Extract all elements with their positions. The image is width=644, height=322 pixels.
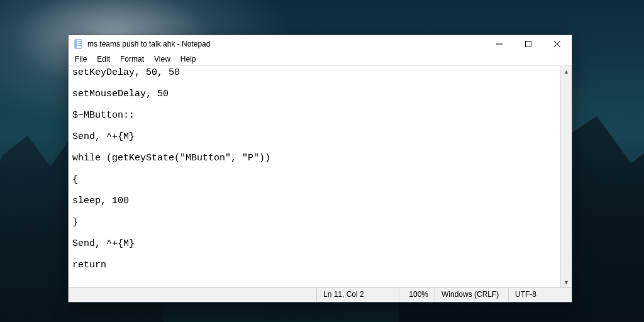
close-button[interactable] <box>543 35 572 53</box>
statusbar: Ln 11, Col 2 100% Windows (CRLF) UTF-8 <box>69 287 572 302</box>
notepad-window: ms teams push to talk.ahk - Notepad File… <box>68 35 572 303</box>
titlebar[interactable]: ms teams push to talk.ahk - Notepad <box>69 35 572 53</box>
menu-file[interactable]: File <box>70 53 92 65</box>
status-encoding: UTF-8 <box>508 288 572 302</box>
svg-rect-6 <box>526 42 531 47</box>
menu-view[interactable]: View <box>149 53 175 65</box>
menu-help[interactable]: Help <box>175 53 201 65</box>
menu-edit[interactable]: Edit <box>92 53 115 65</box>
minimize-button[interactable] <box>485 35 514 53</box>
editor-area: setKeyDelay, 50, 50 setMouseDelay, 50 $~… <box>69 66 572 287</box>
status-zoom: 100% <box>399 288 435 302</box>
window-title: ms teams push to talk.ahk - Notepad <box>87 40 210 48</box>
scroll-up-icon[interactable]: ▲ <box>561 66 572 77</box>
svg-rect-1 <box>75 40 77 48</box>
notepad-icon <box>74 39 84 49</box>
scroll-down-icon[interactable]: ▼ <box>561 277 572 287</box>
status-eol: Windows (CRLF) <box>435 288 508 302</box>
maximize-button[interactable] <box>514 35 543 53</box>
status-line-col: Ln 11, Col 2 <box>316 288 399 302</box>
desktop-wallpaper: ms teams push to talk.ahk - Notepad File… <box>0 0 644 322</box>
menubar: File Edit Format View Help <box>69 53 572 66</box>
vertical-scrollbar[interactable]: ▲ ▼ <box>560 66 572 287</box>
statusbar-gap <box>69 288 316 302</box>
menu-format[interactable]: Format <box>115 53 149 65</box>
text-editor[interactable]: setKeyDelay, 50, 50 setMouseDelay, 50 $~… <box>69 66 561 287</box>
